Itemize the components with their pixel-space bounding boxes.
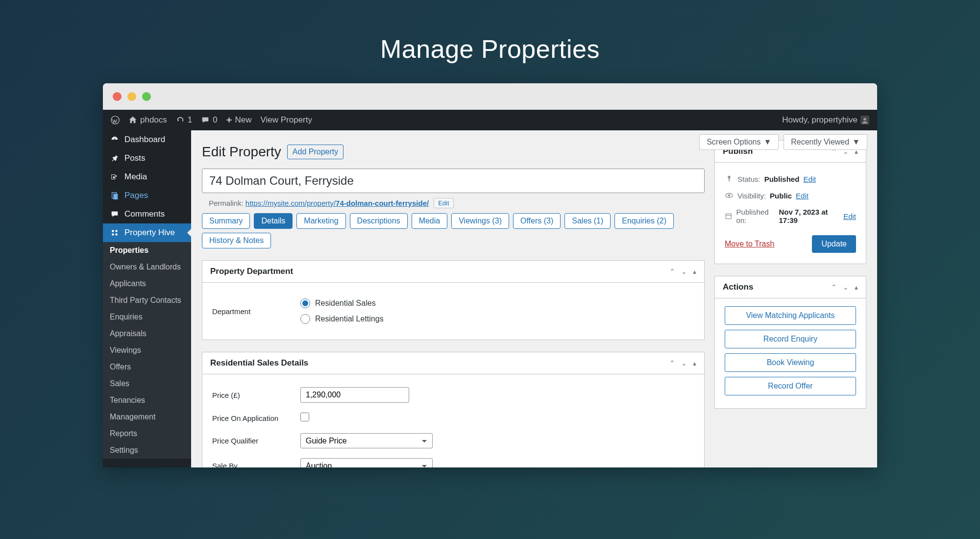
chevron-up-icon[interactable]: ⌃ bbox=[669, 359, 675, 367]
dashboard-icon bbox=[110, 135, 120, 145]
new-link[interactable]: +New bbox=[226, 115, 252, 126]
svg-point-7 bbox=[115, 230, 118, 232]
svg-point-8 bbox=[112, 233, 114, 236]
tab-enquiries-[interactable]: Enquiries (2) bbox=[614, 213, 674, 229]
sidebar-sub-tenancies[interactable]: Tenancies bbox=[103, 392, 191, 409]
window-maximize-icon[interactable] bbox=[142, 92, 151, 101]
move-up-icon[interactable]: ▴ bbox=[855, 283, 858, 291]
publish-postbox: Publish ⌃⌄▴ Status: Published Edit bbox=[714, 140, 866, 264]
chevron-up-icon[interactable]: ⌃ bbox=[669, 268, 675, 275]
media-icon bbox=[110, 172, 120, 182]
chevron-down-icon[interactable]: ⌄ bbox=[681, 268, 687, 275]
price-input[interactable] bbox=[300, 387, 409, 403]
poa-checkbox[interactable] bbox=[300, 413, 309, 421]
sidebar-item-pages[interactable]: Pages bbox=[103, 186, 191, 205]
sidebar-item-label: Dashboard bbox=[124, 135, 165, 145]
move-to-trash-link[interactable]: Move to Trash bbox=[725, 240, 774, 248]
sidebar-sub-settings[interactable]: Settings bbox=[103, 442, 191, 459]
svg-point-6 bbox=[112, 230, 114, 232]
hero-title: Manage Properties bbox=[0, 34, 980, 64]
action-book-viewing-button[interactable]: Book Viewing bbox=[725, 353, 856, 372]
svg-rect-11 bbox=[729, 178, 730, 181]
view-property-link[interactable]: View Property bbox=[260, 115, 312, 125]
permalink-row: Permalink: https://mysite.com/property/7… bbox=[202, 193, 705, 213]
published-edit-link[interactable]: Edit bbox=[843, 212, 856, 220]
saleby-select[interactable]: Auction bbox=[300, 458, 433, 467]
sidebar-sub-enquiries[interactable]: Enquiries bbox=[103, 309, 191, 325]
visibility-icon bbox=[725, 191, 734, 200]
chevron-down-icon[interactable]: ⌄ bbox=[843, 283, 849, 291]
updates-count: 1 bbox=[188, 115, 192, 125]
comment-icon bbox=[110, 209, 120, 219]
recently-viewed-button[interactable]: Recently Viewed ▼ bbox=[784, 134, 867, 150]
svg-point-0 bbox=[111, 116, 119, 124]
tab-details[interactable]: Details bbox=[254, 213, 293, 229]
action-view-matching-applicants-button[interactable]: View Matching Applicants bbox=[725, 306, 856, 325]
sidebar-item-property-hive[interactable]: Property Hive bbox=[103, 223, 191, 242]
department-radio-1[interactable] bbox=[300, 314, 310, 324]
property-title-input[interactable] bbox=[202, 169, 705, 193]
new-label: New bbox=[235, 115, 251, 125]
window-close-icon[interactable] bbox=[113, 92, 122, 101]
status-value: Published bbox=[764, 175, 800, 183]
saleby-label: Sale By bbox=[212, 462, 291, 467]
sidebar-item-comments[interactable]: Comments bbox=[103, 205, 191, 223]
howdy-user[interactable]: Howdy, propertyhive bbox=[782, 115, 869, 125]
published-value: Nov 7, 2023 at 17:39 bbox=[779, 208, 839, 224]
action-record-offer-button[interactable]: Record Offer bbox=[725, 377, 856, 395]
tab-descriptions[interactable]: Descriptions bbox=[350, 213, 408, 229]
sidebar-sub-third-party-contacts[interactable]: Third Party Contacts bbox=[103, 292, 191, 309]
property-tabs: SummaryDetailsMarketingDescriptionsMedia… bbox=[202, 213, 705, 248]
updates-link[interactable]: 1 bbox=[176, 115, 192, 125]
chevron-down-icon[interactable]: ⌄ bbox=[681, 359, 687, 367]
sidebar-sub-offers[interactable]: Offers bbox=[103, 359, 191, 375]
comments-link[interactable]: 0 bbox=[201, 115, 217, 125]
window-minimize-icon[interactable] bbox=[127, 92, 136, 101]
published-label: Published on: bbox=[736, 208, 775, 224]
tab-viewings-[interactable]: Viewings (3) bbox=[451, 213, 509, 229]
site-name-link[interactable]: phdocs bbox=[128, 115, 167, 125]
qualifier-select[interactable]: Guide Price bbox=[300, 433, 433, 448]
tab-history-notes[interactable]: History & Notes bbox=[202, 233, 271, 248]
sales-postbox-title: Residential Sales Details bbox=[210, 358, 308, 368]
department-radio-0[interactable] bbox=[300, 298, 310, 308]
sidebar-item-dashboard[interactable]: Dashboard bbox=[103, 130, 191, 149]
permalink-label: Permalink: bbox=[209, 199, 244, 207]
sidebar-sub-viewings[interactable]: Viewings bbox=[103, 342, 191, 359]
sidebar-sub-owners-landlords[interactable]: Owners & Landlords bbox=[103, 259, 191, 275]
sidebar-sub-sales[interactable]: Sales bbox=[103, 375, 191, 392]
action-record-enquiry-button[interactable]: Record Enquiry bbox=[725, 330, 856, 348]
page-title: Edit Property bbox=[202, 144, 281, 160]
visibility-label: Visibility: bbox=[737, 192, 766, 200]
actions-postbox-title: Actions bbox=[723, 282, 753, 292]
tab-offers-[interactable]: Offers (3) bbox=[513, 213, 561, 229]
visibility-edit-link[interactable]: Edit bbox=[796, 192, 808, 200]
sidebar-sub-management[interactable]: Management bbox=[103, 409, 191, 425]
permalink-edit-button[interactable]: Edit bbox=[434, 198, 453, 208]
sidebar-item-media[interactable]: Media bbox=[103, 168, 191, 186]
chevron-up-icon[interactable]: ⌃ bbox=[831, 283, 837, 291]
add-property-button[interactable]: Add Property bbox=[287, 145, 343, 159]
sidebar-item-label: Property Hive bbox=[124, 228, 175, 238]
sidebar-sub-properties[interactable]: Properties bbox=[103, 242, 191, 259]
move-up-icon[interactable]: ▴ bbox=[693, 268, 696, 275]
update-button[interactable]: Update bbox=[812, 235, 856, 253]
pin-icon bbox=[110, 153, 120, 163]
sidebar-item-posts[interactable]: Posts bbox=[103, 149, 191, 168]
wp-logo-icon[interactable] bbox=[111, 116, 120, 124]
tab-marketing[interactable]: Marketing bbox=[296, 213, 345, 229]
move-up-icon[interactable]: ▴ bbox=[693, 359, 696, 367]
tab-media[interactable]: Media bbox=[412, 213, 448, 229]
qualifier-label: Price Qualifier bbox=[212, 437, 291, 445]
chevron-down-icon: ▼ bbox=[852, 138, 860, 147]
screen-options-button[interactable]: Screen Options ▼ bbox=[699, 134, 779, 150]
sidebar-sub-reports[interactable]: Reports bbox=[103, 425, 191, 442]
price-label: Price (£) bbox=[212, 391, 291, 399]
visibility-value: Public bbox=[770, 192, 792, 200]
status-edit-link[interactable]: Edit bbox=[803, 175, 816, 183]
permalink-link[interactable]: https://mysite.com/property/74-dolman-co… bbox=[245, 199, 429, 207]
sidebar-sub-appraisals[interactable]: Appraisals bbox=[103, 325, 191, 342]
sidebar-sub-applicants[interactable]: Applicants bbox=[103, 275, 191, 292]
tab-sales-[interactable]: Sales (1) bbox=[564, 213, 611, 229]
tab-summary[interactable]: Summary bbox=[202, 213, 250, 229]
